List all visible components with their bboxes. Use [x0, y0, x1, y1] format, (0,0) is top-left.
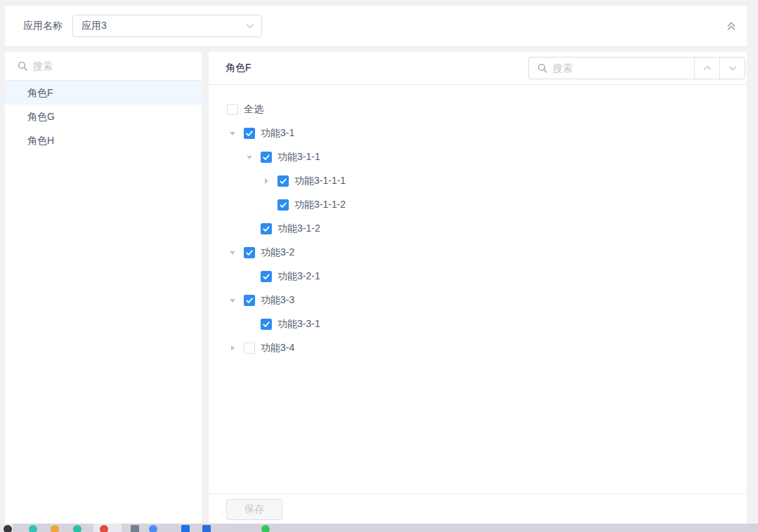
tree-row: 功能3-3-1: [209, 312, 747, 336]
app-icon-blue-square[interactable]: [181, 525, 190, 532]
page-title: 角色F: [226, 62, 251, 74]
tree-row: 功能3-1-1-2: [209, 193, 747, 217]
app-icon-teal-2[interactable]: [73, 525, 81, 532]
search-icon: [18, 61, 27, 71]
tree-checkbox[interactable]: [244, 295, 255, 306]
caret-down-icon[interactable]: [244, 152, 261, 163]
permission-tree: 功能3-1功能3-1-1功能3-1-1-1功能3-1-1-2功能3-1-2功能3…: [209, 121, 747, 360]
tree-node-label[interactable]: 功能3-1-2: [277, 222, 320, 235]
tree-node-label[interactable]: 功能3-2: [261, 246, 294, 259]
save-button[interactable]: 保存: [226, 499, 282, 520]
app-icon-multi[interactable]: [149, 525, 157, 532]
caret-placeholder: [244, 223, 261, 234]
caret-down-icon[interactable]: [227, 247, 244, 258]
app-icon-folder[interactable]: [51, 525, 59, 532]
chevron-down-icon: [246, 22, 254, 30]
tree-checkbox[interactable]: [261, 271, 272, 282]
tree-node-label[interactable]: 功能3-4: [261, 342, 294, 354]
list-item[interactable]: 角色H: [5, 128, 202, 152]
tree-row: 功能3-3: [209, 288, 747, 312]
search-prev-button[interactable]: [694, 58, 719, 79]
tree-node-label[interactable]: 功能3-3: [261, 294, 294, 307]
caret-right-icon[interactable]: [261, 175, 277, 187]
tree-row: 功能3-1: [209, 121, 747, 145]
tree-node-label[interactable]: 功能3-1: [261, 127, 294, 140]
tree-checkbox[interactable]: [261, 223, 272, 234]
tree-node-label[interactable]: 功能3-1-1: [277, 151, 320, 164]
main-panel: 角色F 全选 功能3-1功能3-1-: [209, 52, 747, 524]
search-next-button[interactable]: [719, 58, 745, 79]
tree-checkbox[interactable]: [244, 247, 255, 258]
select-all-label: 全选: [244, 103, 263, 116]
app-select-value: 应用3: [81, 20, 107, 32]
tree-row: 功能3-1-1-1: [209, 169, 747, 193]
tree-row: 功能3-2-1: [209, 265, 747, 288]
chevron-up-icon: [703, 64, 712, 72]
caret-down-icon[interactable]: [227, 128, 244, 139]
tree-row: 功能3-2: [209, 241, 747, 265]
app-icon-blue[interactable]: [202, 525, 211, 532]
tree-checkbox[interactable]: [244, 128, 255, 139]
tree-search: [528, 57, 745, 79]
app-select[interactable]: 应用3: [72, 15, 262, 37]
sidebar-search: [5, 52, 202, 81]
list-item[interactable]: 角色F: [5, 81, 202, 105]
top-bar: 应用名称 应用3: [5, 6, 747, 46]
tree-checkbox[interactable]: [244, 343, 255, 354]
app-icon-grey-square[interactable]: [131, 525, 139, 532]
select-all-checkbox[interactable]: [227, 104, 238, 115]
tree-row: 功能3-4: [209, 336, 747, 360]
caret-placeholder: [244, 319, 261, 330]
tree-checkbox[interactable]: [277, 175, 289, 187]
sidebar: 角色F角色G角色H: [5, 52, 202, 524]
app-icon-green[interactable]: [261, 525, 270, 532]
main-header: 角色F: [209, 52, 747, 85]
app-icon-dark[interactable]: [4, 525, 12, 532]
tree-node-label[interactable]: 功能3-1-1-2: [294, 199, 346, 211]
tree-row: 功能3-1-1: [209, 145, 747, 169]
chevron-down-icon: [728, 64, 737, 72]
role-list: 角色F角色G角色H: [5, 81, 202, 152]
tree-search-input[interactable]: [553, 62, 694, 74]
caret-placeholder: [244, 271, 261, 282]
main-footer: 保存: [209, 493, 747, 524]
app-icon-teal[interactable]: [29, 525, 37, 532]
caret-right-icon[interactable]: [227, 343, 244, 354]
taskbar[interactable]: [0, 524, 758, 532]
caret-down-icon[interactable]: [227, 295, 244, 306]
list-item[interactable]: 角色G: [5, 105, 202, 128]
tree-checkbox[interactable]: [261, 319, 272, 330]
caret-placeholder: [261, 199, 277, 211]
app-icon-red[interactable]: [100, 525, 108, 532]
app-name-label: 应用名称: [23, 20, 63, 32]
tree-checkbox[interactable]: [277, 199, 289, 211]
tree-node-label[interactable]: 功能3-1-1-1: [294, 175, 346, 187]
tree-row: 功能3-1-2: [209, 217, 747, 241]
select-all-row: 全选: [209, 98, 747, 121]
tree-node-label[interactable]: 功能3-3-1: [277, 318, 320, 331]
search-icon: [537, 63, 547, 73]
collapse-double-chevron-up-icon[interactable]: [726, 21, 737, 32]
sidebar-search-input[interactable]: [33, 60, 192, 72]
main-body: 全选 功能3-1功能3-1-1功能3-1-1-1功能3-1-1-2功能3-1-2…: [209, 85, 747, 493]
tree-node-label[interactable]: 功能3-2-1: [277, 270, 320, 283]
tree-checkbox[interactable]: [261, 152, 272, 163]
